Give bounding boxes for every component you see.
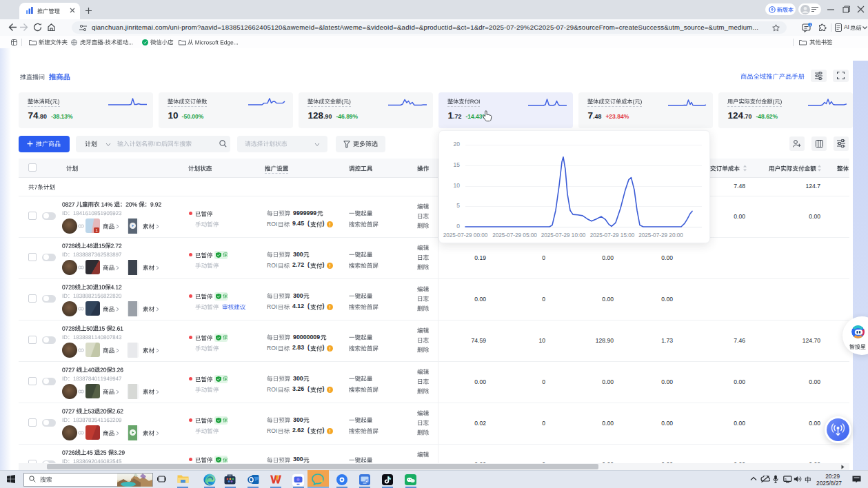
svg-text:1: 1 xyxy=(809,23,811,27)
